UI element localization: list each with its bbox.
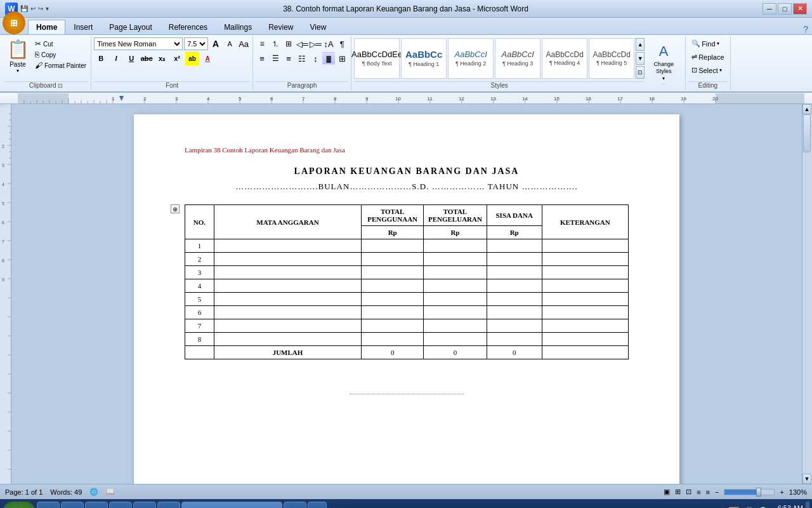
underline-button[interactable]: U [124,51,138,65]
style-heading4[interactable]: AaBbCcDd ¶ Heading 4 [542,38,587,79]
font-color-button[interactable]: A [200,51,214,65]
zoom-in-button[interactable]: + [780,488,783,496]
show-desktop-button[interactable] [806,502,809,508]
cut-icon: ✂ [35,39,41,48]
svg-text:6: 6 [2,220,4,225]
style-heading3-preview: AaBbCcI [501,50,534,60]
align-center-button[interactable]: ☰ [269,52,282,65]
tab-review[interactable]: Review [260,20,301,34]
line-spacing-button[interactable]: ↕ [309,52,322,65]
clipboard-expand[interactable]: ⊡ [58,83,63,89]
taskbar-explorer-button[interactable]: 📁 [61,502,84,508]
change-styles-button[interactable]: A ChangeStyles ▾ [645,42,683,83]
status-bar: Page: 1 of 1 Words: 49 🌐 📖 ▣ ⊞ ⊡ ≡ ≡ − +… [0,484,812,499]
taskbar-media-button[interactable]: ▶ [308,502,327,508]
style-body-text[interactable]: AaBbCcDdEe ¶ Body Text [354,38,400,79]
taskbar-word-button[interactable]: 📝 38. Contoh format Lap... [181,502,282,508]
tab-page-layout[interactable]: Page Layout [101,20,160,34]
show-formatting-button[interactable]: ¶ [336,37,348,50]
td-sisa-7 [487,319,542,333]
layout-web-icon[interactable]: ⊡ [686,488,691,496]
cut-button[interactable]: ✂ Cut [33,39,88,49]
paste-button[interactable]: 📋 Paste ▾ [4,37,32,74]
scroll-down-button[interactable]: ▼ [802,474,811,484]
superscript-button[interactable]: x² [170,51,184,65]
bullets-button[interactable]: ≡ [256,37,268,50]
styles-scroll-more[interactable]: ⊡ [636,66,645,79]
align-right-button[interactable]: ≡ [282,52,295,65]
taskbar-excel-button[interactable]: 📊 [85,502,108,508]
font-family-select[interactable]: Times New Roman [94,37,183,50]
layout-outline-icon[interactable]: ≡ [697,488,700,496]
style-heading5[interactable]: AaBbCcDd ¶ Heading 5 [589,38,634,79]
minimize-button[interactable]: ─ [763,3,776,15]
text-highlight-button[interactable]: ab [185,51,199,65]
align-left-button[interactable]: ≡ [256,52,268,65]
office-button[interactable]: ⊞ [3,11,25,34]
quick-access-save[interactable]: 💾 [20,5,28,12]
borders-button[interactable]: ⊞ [336,52,348,65]
strikethrough-button[interactable]: abc [140,51,154,65]
zoom-out-button[interactable]: − [715,488,719,496]
help-button[interactable]: ? [799,24,812,34]
zoom-slider[interactable] [724,489,775,495]
shading-button[interactable]: ▓ [322,52,335,65]
increase-indent-button[interactable]: ▷═ [309,37,322,50]
vertical-scrollbar[interactable]: ▲ ▼ [802,104,812,484]
table-row: 2 [185,253,629,266]
multilevel-button[interactable]: ⊞ [282,37,295,50]
select-button[interactable]: ⊡ Select ▾ [688,64,727,76]
quick-access-redo[interactable]: ↪ [38,5,43,12]
replace-button[interactable]: ⇌ Replace [688,51,727,63]
italic-button[interactable]: I [109,51,123,65]
layout-draft-icon[interactable]: ≡ [706,488,710,496]
grow-font-button[interactable]: A [209,37,222,50]
bold-button[interactable]: B [94,51,108,65]
styles-scroll-down[interactable]: ▼ [636,52,645,65]
tab-insert[interactable]: Insert [65,20,101,34]
shrink-font-button[interactable]: A [223,37,236,50]
table-move-handle[interactable]: ⊕ [171,204,180,213]
paste-dropdown-arrow[interactable]: ▾ [16,68,19,74]
tab-references[interactable]: References [160,20,216,34]
tab-home[interactable]: Home [28,20,65,34]
numbering-button[interactable]: ⒈ [269,37,282,50]
style-heading2[interactable]: AaBbCcI ¶ Heading 2 [448,38,494,79]
decrease-indent-button[interactable]: ◁═ [296,37,308,50]
justify-button[interactable]: ☷ [296,52,308,65]
layout-fullread-icon[interactable]: ⊞ [675,488,681,496]
style-heading3[interactable]: AaBbCcI ¶ Heading 3 [495,38,540,79]
taskbar-paint-button[interactable]: 🖌️ [133,502,156,508]
clock-display[interactable]: 6:53 AM 6/1/2021 [776,504,803,508]
table-row: 7 [185,319,629,333]
scroll-up-button[interactable]: ▲ [802,104,811,114]
style-heading1[interactable]: AaBbCc ¶ Heading 1 [401,38,447,79]
ribbon-group-font: Times New Roman 7.5 A A Aa B I U abc [91,36,253,90]
close-button[interactable]: ✕ [793,3,807,15]
taskbar-ie-button[interactable]: 🌐 [37,502,60,508]
clear-format-button[interactable]: Aa [237,37,250,50]
copy-button[interactable]: ⎘ Copy [33,50,88,60]
start-button[interactable]: ⊞ [3,502,36,508]
taskbar-folder2-button[interactable]: 📂 [157,502,180,508]
sort-button[interactable]: ↕A [322,37,335,50]
zoom-slider-thumb[interactable] [756,488,761,497]
svg-rect-0 [18,93,804,104]
svg-text:14: 14 [522,96,528,102]
quick-access-undo[interactable]: ↩ [30,5,36,12]
maximize-button[interactable]: □ [778,3,792,15]
tab-mailings[interactable]: Mailings [216,20,260,34]
subscript-button[interactable]: x₂ [155,51,169,65]
find-button[interactable]: 🔍 Find ▾ [688,37,727,50]
format-painter-button[interactable]: 🖌 Format Painter [33,60,88,70]
editing-buttons: 🔍 Find ▾ ⇌ Replace ⊡ Select ▾ [688,37,727,76]
taskbar-video-button[interactable]: 🎬 [109,502,132,508]
table-row: 4 [185,279,629,293]
styles-scroll-up[interactable]: ▲ [636,38,645,51]
font-size-select[interactable]: 7.5 [184,37,208,50]
tab-view[interactable]: View [302,20,335,34]
scroll-thumb[interactable] [803,114,811,152]
document-scroll-area[interactable]: Lampiran 38 Contoh Laporan Keuangan Bara… [11,104,802,484]
taskbar-ie2-button[interactable]: 🌍 [284,502,306,508]
layout-print-icon[interactable]: ▣ [664,488,670,496]
